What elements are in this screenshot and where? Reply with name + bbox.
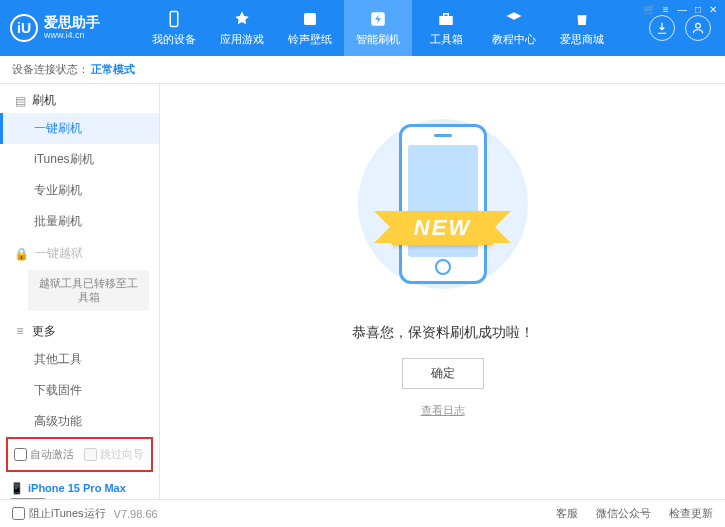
ok-button[interactable]: 确定 xyxy=(402,358,484,389)
nav-toolbox[interactable]: 工具箱 xyxy=(412,0,480,56)
device-storage-badge: 512GB xyxy=(10,498,46,499)
download-button[interactable] xyxy=(649,15,675,41)
apps-icon xyxy=(232,9,252,29)
nav-apps-games[interactable]: 应用游戏 xyxy=(208,0,276,56)
device-name[interactable]: 📱 iPhone 15 Pro Max xyxy=(10,482,151,495)
nav-tutorials[interactable]: 教程中心 xyxy=(480,0,548,56)
svg-point-5 xyxy=(696,23,701,28)
sidebar-item-oneclick-flash[interactable]: 一键刷机 xyxy=(0,113,159,144)
sidebar-item-other-tools[interactable]: 其他工具 xyxy=(0,344,159,375)
footer-check-update[interactable]: 检查更新 xyxy=(669,506,713,521)
menu-icon[interactable]: ≡ xyxy=(663,4,669,15)
sidebar-section-flash[interactable]: ▤ 刷机 xyxy=(0,84,159,113)
sidebar-section-jailbreak: 🔒 一键越狱 xyxy=(0,237,159,266)
nav-ringtones[interactable]: 铃声壁纸 xyxy=(276,0,344,56)
version-label: V7.98.66 xyxy=(114,508,158,520)
phone-icon: 📱 xyxy=(10,482,24,495)
footer-support[interactable]: 客服 xyxy=(556,506,578,521)
user-button[interactable] xyxy=(685,15,711,41)
list-icon: ▤ xyxy=(14,94,26,108)
sidebar-item-advanced[interactable]: 高级功能 xyxy=(0,406,159,437)
logo-icon: iU xyxy=(10,14,38,42)
success-illustration: NEW xyxy=(348,104,538,304)
sidebar-item-batch-flash[interactable]: 批量刷机 xyxy=(0,206,159,237)
checkbox-block-itunes[interactable]: 阻止iTunes运行 xyxy=(12,506,106,521)
nav-store[interactable]: 爱思商城 xyxy=(548,0,616,56)
tutorial-icon xyxy=(504,9,524,29)
toolbox-icon xyxy=(436,9,456,29)
view-log-link[interactable]: 查看日志 xyxy=(421,403,465,418)
svg-rect-4 xyxy=(444,14,449,17)
flash-icon xyxy=(368,9,388,29)
new-ribbon: NEW xyxy=(392,211,493,245)
sidebar-section-more[interactable]: ≡ 更多 xyxy=(0,315,159,344)
sidebar-item-download-firmware[interactable]: 下载固件 xyxy=(0,375,159,406)
options-highlight-box: 自动激活 跳过向导 xyxy=(6,437,153,472)
app-url: www.i4.cn xyxy=(44,31,100,41)
svg-rect-0 xyxy=(170,12,178,27)
checkbox-auto-activate[interactable]: 自动激活 xyxy=(14,447,74,462)
footer-wechat[interactable]: 微信公众号 xyxy=(596,506,651,521)
success-message: 恭喜您，保资料刷机成功啦！ xyxy=(352,324,534,342)
more-icon: ≡ xyxy=(14,324,26,338)
device-icon xyxy=(164,9,184,29)
store-icon xyxy=(572,9,592,29)
jailbreak-moved-note: 越狱工具已转移至工具箱 xyxy=(28,270,149,311)
cart-icon[interactable]: 🛒 xyxy=(643,4,655,15)
lock-icon: 🔒 xyxy=(14,247,29,261)
device-status-bar: 设备连接状态： 正常模式 xyxy=(0,56,725,84)
checkbox-skip-guide[interactable]: 跳过向导 xyxy=(84,447,144,462)
maximize-icon[interactable]: □ xyxy=(695,4,701,15)
app-logo: iU 爱思助手 www.i4.cn xyxy=(0,14,140,42)
app-name: 爱思助手 xyxy=(44,15,100,30)
close-icon[interactable]: ✕ xyxy=(709,4,717,15)
nav-my-device[interactable]: 我的设备 xyxy=(140,0,208,56)
sidebar-item-pro-flash[interactable]: 专业刷机 xyxy=(0,175,159,206)
minimize-icon[interactable]: — xyxy=(677,4,687,15)
svg-rect-1 xyxy=(304,13,316,25)
sidebar-item-itunes-flash[interactable]: iTunes刷机 xyxy=(0,144,159,175)
connection-mode: 正常模式 xyxy=(91,62,135,77)
ringtone-icon xyxy=(300,9,320,29)
nav-smart-flash[interactable]: 智能刷机 xyxy=(344,0,412,56)
